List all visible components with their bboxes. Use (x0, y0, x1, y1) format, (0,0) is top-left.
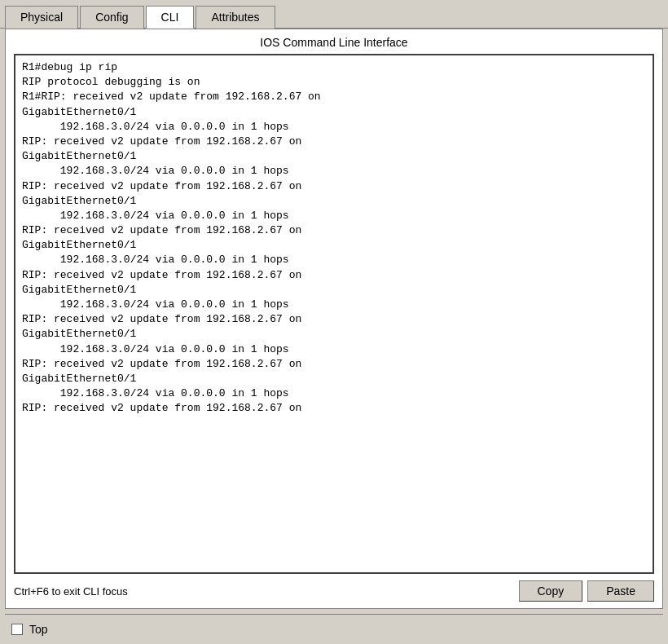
cli-title: IOS Command Line Interface (6, 29, 662, 54)
cli-buttons: Copy Paste (519, 580, 655, 602)
top-checkbox[interactable] (11, 624, 23, 635)
cli-terminal-wrapper[interactable]: R1#debug ip rip RIP protocol debugging i… (14, 54, 654, 574)
main-window: Physical Config CLI Attributes IOS Comma… (0, 0, 668, 644)
content-area: IOS Command Line Interface R1#debug ip r… (5, 29, 663, 609)
bottom-bar: Top (0, 615, 668, 644)
paste-button[interactable]: Paste (587, 580, 654, 602)
cli-terminal[interactable]: R1#debug ip rip RIP protocol debugging i… (15, 55, 653, 572)
cli-hint-text: Ctrl+F6 to exit CLI focus (14, 585, 128, 598)
top-label: Top (29, 623, 48, 636)
tab-physical[interactable]: Physical (5, 6, 78, 29)
tab-attributes[interactable]: Attributes (196, 6, 275, 29)
tab-cli[interactable]: CLI (146, 6, 195, 29)
tab-bar: Physical Config CLI Attributes (0, 0, 668, 29)
cli-footer: Ctrl+F6 to exit CLI focus Copy Paste (6, 574, 662, 608)
copy-button[interactable]: Copy (519, 580, 583, 602)
tab-config[interactable]: Config (80, 6, 143, 29)
